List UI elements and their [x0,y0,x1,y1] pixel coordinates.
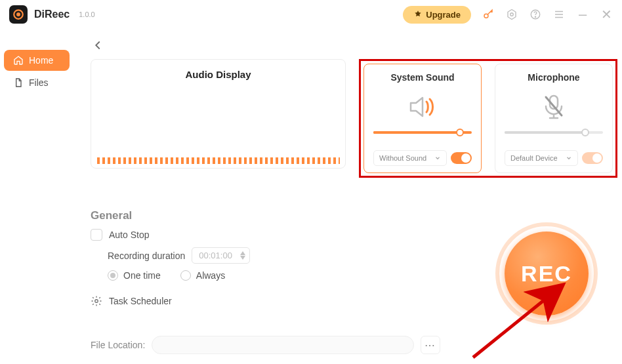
menu-icon[interactable] [552,8,566,21]
minimize-button[interactable]: – [576,8,589,21]
help-icon[interactable] [529,8,542,21]
audio-waveform [97,157,340,164]
duration-value: 00:01:00 [199,251,232,260]
title-bar: DiReec 1.0.0 Upgrade – ✕ [0,0,622,29]
system-sound-device-select[interactable]: Without Sound [373,150,447,166]
task-scheduler-label: Task Scheduler [109,296,172,306]
sidebar-item-files[interactable]: Files [4,72,70,93]
duration-input[interactable]: 00:01:00 [192,247,250,264]
back-button[interactable] [91,35,110,55]
audio-display-card: Audio Display [91,59,346,169]
main-panel: Audio Display System Sound [73,29,622,364]
rec-button-ring: REC [495,222,598,325]
microphone-toggle[interactable] [582,152,603,164]
upgrade-button[interactable]: Upgrade [403,6,471,24]
general-section-title: General [91,209,617,222]
settings-icon[interactable] [505,8,518,21]
svg-marker-3 [508,10,516,20]
file-location-browse-button[interactable]: ⋯ [421,336,440,354]
one-time-radio[interactable] [108,270,118,281]
duration-stepper-icon [240,251,245,260]
auto-stop-checkbox[interactable] [91,229,102,241]
file-location-input[interactable] [152,336,414,354]
microphone-device-select[interactable]: Default Device [505,150,578,166]
audio-display-title: Audio Display [185,69,251,80]
svg-point-6 [535,16,535,17]
system-sound-toggle[interactable] [451,152,472,164]
sidebar-item-label: Files [29,77,49,88]
record-button[interactable]: REC [505,232,589,315]
svg-point-1 [16,12,20,16]
system-sound-slider[interactable] [373,131,472,134]
microphone-slider[interactable] [505,131,603,134]
microphone-card[interactable]: Microphone Default De [495,64,613,173]
duration-label: Recording duration [108,251,185,261]
system-sound-title: System Sound [390,72,454,83]
sidebar: Home Files [0,29,73,364]
sidebar-item-home[interactable]: Home [4,50,70,71]
auto-stop-label: Auto Stop [109,230,150,240]
sidebar-item-label: Home [29,55,53,66]
svg-point-2 [484,14,488,18]
app-name: DiReec [34,9,70,20]
speaker-icon [407,93,438,121]
svg-point-8 [95,300,98,303]
upgrade-label: Upgrade [426,10,461,20]
close-button[interactable]: ✕ [600,8,613,21]
microphone-muted-icon [541,93,567,121]
key-icon[interactable] [482,8,495,21]
record-label: REC [521,261,572,287]
system-sound-card[interactable]: System Sound Without [363,64,482,173]
app-logo [9,5,28,24]
always-label: Always [196,270,225,281]
always-option[interactable]: Always [180,270,225,281]
one-time-label: One time [123,270,161,281]
microphone-device-text: Default Device [510,154,558,162]
gear-icon [91,295,102,307]
highlight-annotation: System Sound Without [359,59,617,178]
always-radio[interactable] [180,270,191,281]
microphone-title: Microphone [528,72,579,83]
one-time-option[interactable]: One time [108,270,161,281]
app-version: 1.0.0 [79,10,94,18]
svg-point-4 [510,13,514,16]
system-sound-device-text: Without Sound [379,154,426,162]
file-location-label: File Location: [91,340,145,350]
